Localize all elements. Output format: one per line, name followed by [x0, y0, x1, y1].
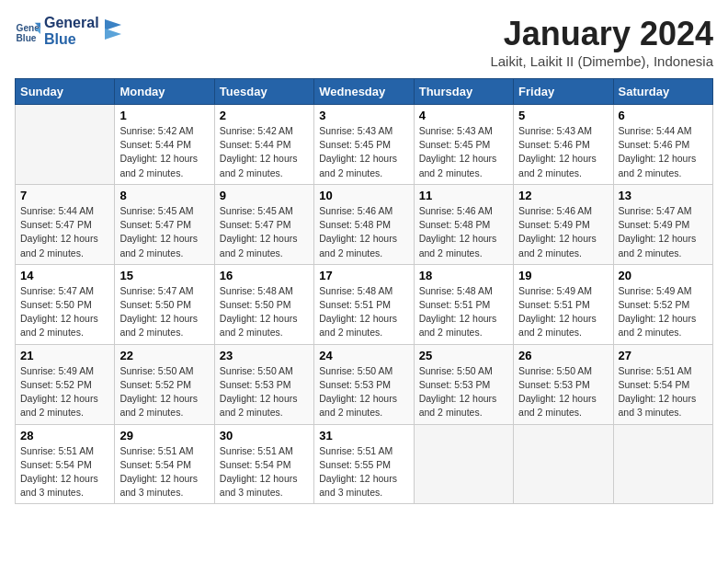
day-info: Sunrise: 5:48 AM Sunset: 5:50 PM Dayligh… [220, 284, 309, 340]
day-info: Sunrise: 5:44 AM Sunset: 5:47 PM Dayligh… [20, 204, 109, 260]
calendar-cell: 5Sunrise: 5:43 AM Sunset: 5:46 PM Daylig… [514, 105, 613, 185]
col-header-thursday: Thursday [414, 79, 513, 105]
calendar-cell: 9Sunrise: 5:45 AM Sunset: 5:47 PM Daylig… [214, 184, 313, 264]
day-number: 18 [419, 269, 508, 282]
calendar-cell: 26Sunrise: 5:50 AM Sunset: 5:53 PM Dayli… [514, 344, 613, 424]
day-number: 2 [220, 109, 309, 122]
calendar-cell: 11Sunrise: 5:46 AM Sunset: 5:48 PM Dayli… [414, 184, 513, 264]
day-number: 12 [518, 189, 608, 202]
day-info: Sunrise: 5:47 AM Sunset: 5:50 PM Dayligh… [119, 284, 209, 340]
day-info: Sunrise: 5:47 AM Sunset: 5:49 PM Dayligh… [619, 204, 708, 260]
day-info: Sunrise: 5:49 AM Sunset: 5:52 PM Dayligh… [20, 364, 109, 420]
day-number: 27 [619, 349, 708, 362]
calendar-header-row: SundayMondayTuesdayWednesdayThursdayFrid… [16, 79, 713, 105]
day-info: Sunrise: 5:49 AM Sunset: 5:51 PM Dayligh… [518, 284, 608, 340]
blue-flag-icon [105, 19, 121, 40]
day-number: 4 [419, 109, 508, 122]
calendar-cell: 22Sunrise: 5:50 AM Sunset: 5:52 PM Dayli… [115, 344, 214, 424]
calendar-cell: 23Sunrise: 5:50 AM Sunset: 5:53 PM Dayli… [214, 344, 313, 424]
calendar-body: 1Sunrise: 5:42 AM Sunset: 5:44 PM Daylig… [16, 105, 713, 504]
calendar-cell: 7Sunrise: 5:44 AM Sunset: 5:47 PM Daylig… [16, 184, 115, 264]
day-number: 28 [20, 429, 109, 442]
col-header-monday: Monday [115, 79, 214, 105]
day-number: 15 [119, 269, 209, 282]
day-number: 6 [619, 109, 708, 122]
calendar-cell: 16Sunrise: 5:48 AM Sunset: 5:50 PM Dayli… [214, 264, 313, 344]
calendar-cell: 4Sunrise: 5:43 AM Sunset: 5:45 PM Daylig… [414, 105, 513, 185]
calendar-table: SundayMondayTuesdayWednesdayThursdayFrid… [15, 78, 713, 504]
col-header-friday: Friday [514, 79, 613, 105]
col-header-sunday: Sunday [16, 79, 115, 105]
svg-marker-4 [105, 19, 121, 30]
logo-line2: Blue [44, 31, 99, 48]
calendar-cell: 14Sunrise: 5:47 AM Sunset: 5:50 PM Dayli… [16, 264, 115, 344]
day-info: Sunrise: 5:45 AM Sunset: 5:47 PM Dayligh… [220, 204, 309, 260]
day-info: Sunrise: 5:42 AM Sunset: 5:44 PM Dayligh… [220, 124, 309, 180]
calendar-cell: 6Sunrise: 5:44 AM Sunset: 5:46 PM Daylig… [613, 105, 712, 185]
day-info: Sunrise: 5:51 AM Sunset: 5:54 PM Dayligh… [220, 444, 309, 500]
calendar-cell: 20Sunrise: 5:49 AM Sunset: 5:52 PM Dayli… [613, 264, 712, 344]
day-number: 3 [319, 109, 408, 122]
day-info: Sunrise: 5:43 AM Sunset: 5:45 PM Dayligh… [319, 124, 408, 180]
calendar-cell: 1Sunrise: 5:42 AM Sunset: 5:44 PM Daylig… [115, 105, 214, 185]
logo: General Blue General Blue [15, 15, 121, 48]
day-number: 11 [419, 189, 508, 202]
day-info: Sunrise: 5:44 AM Sunset: 5:46 PM Dayligh… [619, 124, 708, 180]
day-info: Sunrise: 5:46 AM Sunset: 5:48 PM Dayligh… [419, 204, 508, 260]
calendar-cell: 12Sunrise: 5:46 AM Sunset: 5:49 PM Dayli… [514, 184, 613, 264]
day-info: Sunrise: 5:42 AM Sunset: 5:44 PM Dayligh… [119, 124, 209, 180]
day-info: Sunrise: 5:49 AM Sunset: 5:52 PM Dayligh… [619, 284, 708, 340]
day-number: 24 [319, 349, 408, 362]
day-number: 10 [319, 189, 408, 202]
calendar-cell: 29Sunrise: 5:51 AM Sunset: 5:54 PM Dayli… [115, 424, 214, 504]
calendar-cell [16, 105, 115, 185]
col-header-saturday: Saturday [613, 79, 712, 105]
calendar-cell [514, 424, 613, 504]
calendar-cell: 19Sunrise: 5:49 AM Sunset: 5:51 PM Dayli… [514, 264, 613, 344]
day-info: Sunrise: 5:48 AM Sunset: 5:51 PM Dayligh… [419, 284, 508, 340]
calendar-week-2: 7Sunrise: 5:44 AM Sunset: 5:47 PM Daylig… [16, 184, 713, 264]
day-number: 30 [220, 429, 309, 442]
col-header-wednesday: Wednesday [314, 79, 414, 105]
day-info: Sunrise: 5:45 AM Sunset: 5:47 PM Dayligh… [119, 204, 209, 260]
day-number: 19 [518, 269, 608, 282]
day-info: Sunrise: 5:46 AM Sunset: 5:48 PM Dayligh… [319, 204, 408, 260]
calendar-cell: 21Sunrise: 5:49 AM Sunset: 5:52 PM Dayli… [16, 344, 115, 424]
svg-marker-5 [105, 29, 121, 40]
day-info: Sunrise: 5:51 AM Sunset: 5:54 PM Dayligh… [119, 444, 209, 500]
calendar-cell: 18Sunrise: 5:48 AM Sunset: 5:51 PM Dayli… [414, 264, 513, 344]
day-info: Sunrise: 5:50 AM Sunset: 5:52 PM Dayligh… [119, 364, 209, 420]
logo-line1: General [44, 15, 99, 31]
day-number: 17 [319, 269, 408, 282]
day-info: Sunrise: 5:46 AM Sunset: 5:49 PM Dayligh… [518, 204, 608, 260]
day-number: 25 [419, 349, 508, 362]
calendar-cell: 13Sunrise: 5:47 AM Sunset: 5:49 PM Dayli… [613, 184, 712, 264]
calendar-cell: 3Sunrise: 5:43 AM Sunset: 5:45 PM Daylig… [314, 105, 414, 185]
page-header: General Blue General Blue January 2024 L… [15, 15, 713, 69]
day-number: 23 [220, 349, 309, 362]
month-title: January 2024 [490, 15, 713, 53]
day-info: Sunrise: 5:51 AM Sunset: 5:54 PM Dayligh… [20, 444, 109, 500]
day-number: 22 [119, 349, 209, 362]
day-info: Sunrise: 5:50 AM Sunset: 5:53 PM Dayligh… [518, 364, 608, 420]
general-blue-logo-icon: General Blue [15, 18, 40, 44]
day-number: 8 [119, 189, 209, 202]
day-number: 29 [119, 429, 209, 442]
calendar-cell: 30Sunrise: 5:51 AM Sunset: 5:54 PM Dayli… [214, 424, 313, 504]
calendar-cell: 2Sunrise: 5:42 AM Sunset: 5:44 PM Daylig… [214, 105, 313, 185]
calendar-cell: 27Sunrise: 5:51 AM Sunset: 5:54 PM Dayli… [613, 344, 712, 424]
calendar-cell: 8Sunrise: 5:45 AM Sunset: 5:47 PM Daylig… [115, 184, 214, 264]
day-number: 13 [619, 189, 708, 202]
day-info: Sunrise: 5:43 AM Sunset: 5:46 PM Dayligh… [518, 124, 608, 180]
calendar-cell: 31Sunrise: 5:51 AM Sunset: 5:55 PM Dayli… [314, 424, 414, 504]
location-subtitle: Laikit, Laikit II (Dimembe), Indonesia [490, 53, 713, 69]
day-number: 1 [119, 109, 209, 122]
calendar-week-5: 28Sunrise: 5:51 AM Sunset: 5:54 PM Dayli… [16, 424, 713, 504]
calendar-cell: 17Sunrise: 5:48 AM Sunset: 5:51 PM Dayli… [314, 264, 414, 344]
calendar-cell: 24Sunrise: 5:50 AM Sunset: 5:53 PM Dayli… [314, 344, 414, 424]
calendar-cell [613, 424, 712, 504]
calendar-cell [414, 424, 513, 504]
day-number: 14 [20, 269, 109, 282]
day-number: 31 [319, 429, 408, 442]
calendar-cell: 25Sunrise: 5:50 AM Sunset: 5:53 PM Dayli… [414, 344, 513, 424]
